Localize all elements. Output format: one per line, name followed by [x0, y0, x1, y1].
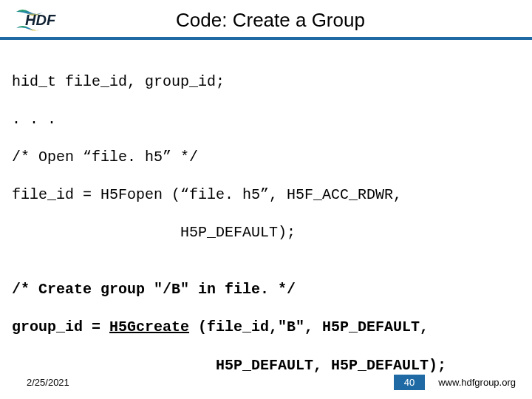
hdf-logo: HDF: [15, 7, 68, 33]
code-line: H5P_DEFAULT, H5P_DEFAULT);: [12, 356, 520, 375]
code-fn: H5Gcreate: [109, 318, 189, 335]
code-line: . . .: [12, 110, 520, 129]
footer-url: www.hdfgroup.org: [438, 377, 516, 388]
footer-page-number: 40: [394, 375, 425, 390]
code-block: hid_t file_id, group_id; . . . /* Open “…: [0, 40, 532, 399]
code-line: group_id = H5Gcreate (file_id,"B", H5P_D…: [12, 318, 520, 337]
code-text: group_id =: [12, 318, 109, 335]
slide-header: HDF Code: Create a Group: [0, 0, 532, 37]
code-line: /* Open “file. h5” */: [12, 148, 520, 167]
code-line: file_id = H5Fopen (“file. h5”, H5F_ACC_R…: [12, 185, 520, 205]
slide-title: Code: Create a Group: [68, 9, 517, 32]
footer-date: 2/25/2021: [27, 377, 69, 388]
code-line: /* Create group "/B" in file. */: [12, 280, 520, 299]
code-text: (file_id,"B", H5P_DEFAULT,: [189, 318, 429, 335]
svg-text:HDF: HDF: [25, 12, 56, 28]
slide-footer: 2/25/2021 40 www.hdfgroup.org: [0, 375, 532, 390]
code-line: H5P_DEFAULT);: [12, 223, 520, 242]
code-line: hid_t file_id, group_id;: [12, 72, 520, 92]
